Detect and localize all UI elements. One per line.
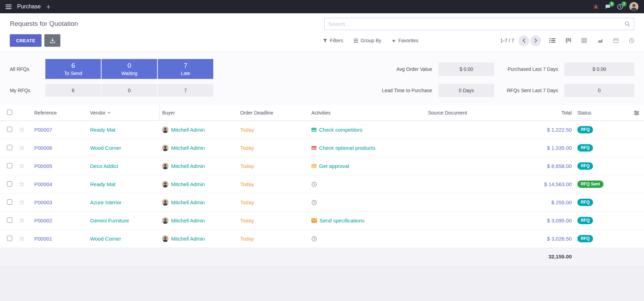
- reference-link[interactable]: P00005: [34, 163, 52, 169]
- graph-view-icon[interactable]: [597, 38, 603, 43]
- total-amount: $ 3,095.00: [547, 218, 572, 223]
- column-header-reference[interactable]: Reference: [31, 105, 87, 121]
- activity-cell[interactable]: [311, 200, 422, 205]
- table-row[interactable]: ☆ P00003 Azure Interior Mitchell Admin T…: [0, 193, 644, 212]
- create-button[interactable]: CREATE: [10, 34, 42, 47]
- column-header-total[interactable]: Total: [519, 105, 575, 121]
- favorite-star-icon[interactable]: ☆: [19, 126, 25, 133]
- column-header-buyer[interactable]: Buyer: [159, 105, 237, 121]
- kanban-view-icon[interactable]: [566, 38, 571, 43]
- messages-icon[interactable]: 5: [605, 4, 611, 9]
- my-rfqs-waiting[interactable]: 0: [102, 84, 157, 97]
- table-row[interactable]: ☆ P00005 Deco Addict Mitchell Admin Toda…: [0, 157, 644, 175]
- pivot-view-icon[interactable]: [582, 38, 587, 43]
- metric-label-avg-order-value: Avg Order Value: [382, 66, 432, 72]
- favorites-button[interactable]: ★ Favorites: [392, 38, 418, 43]
- column-header-vendor[interactable]: Vendor: [87, 105, 159, 121]
- debug-icon[interactable]: [593, 4, 599, 9]
- activity-view-icon[interactable]: [629, 38, 634, 43]
- row-checkbox[interactable]: [7, 218, 12, 223]
- user-avatar[interactable]: [629, 2, 638, 11]
- kpi-card-waiting[interactable]: 0 Waiting: [102, 59, 157, 79]
- table-row[interactable]: ☆ P00006 Wood Corner Mitchell Admin Toda…: [0, 139, 644, 157]
- page-title: Requests for Quotation: [10, 20, 78, 28]
- reference-link[interactable]: P00004: [34, 181, 52, 187]
- favorite-star-icon[interactable]: ☆: [19, 199, 25, 206]
- reference-link[interactable]: P00002: [34, 218, 52, 223]
- favorite-star-icon[interactable]: ☆: [19, 162, 25, 170]
- activity-cell[interactable]: [311, 182, 422, 187]
- pager-next-button[interactable]: [530, 35, 541, 46]
- new-tab-button[interactable]: +: [46, 3, 51, 10]
- row-checkbox[interactable]: [7, 145, 12, 150]
- buyer-cell: Mitchell Admin: [162, 181, 235, 188]
- vendor-link: Ready Mat: [90, 127, 116, 133]
- hamburger-menu-icon[interactable]: [6, 5, 12, 9]
- activity-cell[interactable]: Get approval: [311, 163, 422, 169]
- metric-value-avg-order-value[interactable]: $ 0.00: [438, 63, 494, 76]
- kpi-label: Waiting: [121, 71, 137, 76]
- pager-previous-button[interactable]: [518, 35, 529, 46]
- vendor-link: Gemini Furniture: [90, 218, 129, 223]
- column-header-source-document[interactable]: Source Document: [425, 105, 519, 121]
- row-checkbox[interactable]: [7, 199, 12, 205]
- activity-cell[interactable]: Send specifications: [311, 218, 422, 223]
- table-row[interactable]: ☆ P00002 Gemini Furniture Mitchell Admin…: [0, 212, 644, 230]
- activities-clock-icon[interactable]: 7: [617, 4, 623, 10]
- favorite-star-icon[interactable]: ☆: [19, 144, 25, 152]
- activity-cell[interactable]: Check optional products: [311, 145, 422, 151]
- buyer-name: Mitchell Admin: [171, 218, 205, 223]
- vendor-header-label: Vendor: [90, 110, 105, 116]
- kpi-card-late[interactable]: 7 Late: [158, 59, 213, 79]
- filters-button[interactable]: Filters: [323, 38, 343, 43]
- select-all-checkbox[interactable]: [7, 110, 12, 115]
- activity-cell[interactable]: Check competitors: [311, 127, 422, 133]
- favorite-star-icon[interactable]: ☆: [19, 235, 25, 242]
- reference-link[interactable]: P00007: [34, 127, 52, 133]
- order-deadline: Today: [240, 218, 254, 223]
- app-name[interactable]: Purchase: [17, 3, 41, 10]
- group-by-button[interactable]: Group By: [354, 38, 381, 43]
- row-checkbox[interactable]: [7, 181, 12, 186]
- column-header-order-deadline[interactable]: Order Deadline: [237, 105, 309, 121]
- favorite-star-icon[interactable]: ☆: [19, 217, 25, 224]
- column-header-status[interactable]: Status: [575, 105, 628, 121]
- my-rfqs-to-send[interactable]: 6: [45, 84, 101, 97]
- search-box[interactable]: [324, 18, 634, 30]
- activity-list-icon: [311, 146, 317, 150]
- kpi-card-to-send[interactable]: 6 To Send: [45, 59, 101, 79]
- reference-link[interactable]: P00003: [34, 199, 52, 205]
- table-row[interactable]: ☆ P00004 Ready Mat Mitchell Admin Today …: [0, 175, 644, 193]
- list-view-icon[interactable]: [549, 38, 555, 43]
- activity-envelope-icon: [311, 218, 317, 223]
- order-deadline: Today: [240, 163, 254, 169]
- column-header-activities[interactable]: Activities: [309, 105, 425, 121]
- activity-label: Get approval: [319, 163, 349, 169]
- row-checkbox[interactable]: [7, 127, 12, 132]
- activity-cell[interactable]: [311, 236, 422, 242]
- calendar-view-icon[interactable]: [613, 38, 619, 43]
- metric-value-purchased-last-7-days[interactable]: $ 0.00: [564, 63, 634, 76]
- table-row[interactable]: ☆ P00001 Wood Corner Mitchell Admin Toda…: [0, 230, 644, 248]
- favorite-star-icon[interactable]: ☆: [19, 181, 25, 188]
- reference-link[interactable]: P00006: [34, 145, 52, 151]
- export-button[interactable]: [44, 34, 60, 47]
- search-input[interactable]: [328, 21, 624, 27]
- metric-label-purchased-last-7-days: Purchased Last 7 Days: [501, 66, 558, 72]
- metric-value-rfqs-sent-last-7-days[interactable]: 0: [564, 84, 634, 97]
- favorites-label: Favorites: [398, 38, 419, 43]
- metric-value-lead-time[interactable]: 0 Days: [438, 84, 494, 97]
- order-deadline: Today: [240, 199, 254, 205]
- source-document-cell: [425, 212, 519, 230]
- source-document-cell: [425, 121, 519, 139]
- purchase-dashboard: All RFQs 6 To Send 0 Waiting 7 Late My R…: [0, 52, 644, 105]
- reference-link[interactable]: P00001: [34, 236, 52, 242]
- order-deadline: Today: [240, 145, 254, 151]
- total-amount: $ 14,563.00: [544, 181, 572, 187]
- row-checkbox[interactable]: [7, 236, 12, 241]
- optional-columns-sliders-icon[interactable]: [630, 111, 641, 115]
- table-row[interactable]: ☆ P00007 Ready Mat Mitchell Admin Today …: [0, 121, 644, 139]
- my-rfqs-late[interactable]: 7: [158, 84, 213, 97]
- row-checkbox[interactable]: [7, 163, 12, 168]
- activity-list-icon: [311, 128, 317, 132]
